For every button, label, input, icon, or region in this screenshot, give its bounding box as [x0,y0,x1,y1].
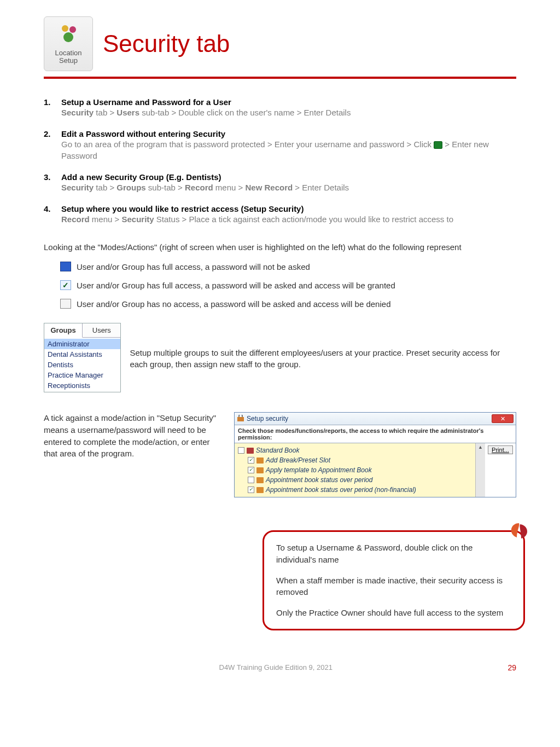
tab-users[interactable]: Users [83,323,120,338]
callout-text: To setup a Username & Password, double c… [276,542,511,566]
step-body: Security tab > Users sub-tab > Double cl… [61,107,516,118]
step-heading: Setup where you would like to restrict a… [61,204,304,213]
groups-description: Setup multiple groups to suit the differ… [130,323,516,370]
checkbox-icon[interactable]: ✓ [248,457,254,464]
window-subtitle: Check those modes/functions/reports, the… [235,425,516,443]
tree-row[interactable]: Appointment book status over period [238,475,472,485]
checkbox-icon[interactable] [248,477,254,483]
groups-section: Groups Users Administrator Dental Assist… [44,323,516,392]
tips-callout: To setup a Username & Password, double c… [262,530,525,630]
key-icon [434,141,442,149]
step-number: 3. [44,172,56,182]
list-item[interactable]: Administrator [44,339,120,349]
steps-list: 1.Setup a Username and Password for a Us… [44,97,516,225]
step-item: 3.Add a new Security Group (E.g. Dentist… [44,172,516,193]
icon-label-line2: Setup [59,56,78,65]
checkbox-icon[interactable] [238,447,244,454]
svg-point-0 [62,25,68,32]
close-button[interactable]: ✕ [492,414,514,423]
callout-text: Only the Practice Owner should have full… [276,607,511,619]
permission-tree: Standard Book ✓Add Break/Preset Slot ✓Ap… [235,443,475,497]
checkbox-checked-icon: ✓ [60,280,71,290]
setup-security-window: Setup security ✕ Check those modes/funct… [234,412,516,497]
step-heading: Edit a Password without entering Securit… [61,129,225,138]
checkbox-icon[interactable]: ✓ [248,467,254,473]
callout-text: When a staff member is made inactive, th… [276,575,511,599]
leaf-icon [504,516,534,546]
svg-point-2 [63,32,73,42]
legend-row: ✓ User and/or Group has full access, a p… [60,280,516,290]
step-number: 4. [44,204,56,213]
print-button[interactable]: Print... [488,445,513,454]
page-header: LocationSetup Security tab [44,16,516,71]
list-item[interactable]: Dental Assistants [44,349,120,360]
checkbox-icon[interactable]: ✓ [248,487,254,493]
step-body: Go to an area of the program that is pas… [61,138,516,161]
folder-icon [256,458,264,464]
page-footer: D4W Training Guide Edition 9, 2021 29 [44,663,516,672]
list-item[interactable]: Dentists [44,360,120,370]
legend-row: User and/or Group has full access, a pas… [60,262,516,271]
step-item: 2.Edit a Password without entering Secur… [44,129,516,161]
step-number: 1. [44,97,56,107]
step-heading: Add a new Security Group (E.g. Dentists) [61,172,221,182]
svg-point-1 [69,26,76,33]
step-number: 2. [44,129,56,138]
scroll-up-icon[interactable]: ▲ [478,444,483,450]
step-item: 1.Setup a Username and Password for a Us… [44,97,516,118]
folder-icon [256,467,264,473]
tree-row[interactable]: ✓Apply template to Appointment Book [238,465,472,475]
tree-row[interactable]: ✓Add Break/Preset Slot [238,455,472,465]
legend-text: User and/or Group has no access, a passw… [77,299,390,309]
setup-security-section: A tick against a mode/action in "Setup S… [44,412,516,497]
window-titlebar: Setup security ✕ [235,413,516,425]
tree-row[interactable]: ✓Appointment book status over period (no… [238,485,472,495]
checkbox-blue-icon [60,262,71,271]
list-item[interactable]: Practice Manager [44,370,120,380]
list-item[interactable]: Receptionists [44,380,120,391]
step-body: Security tab > Groups sub-tab > Record m… [61,182,516,193]
groups-tabset: Groups Users Administrator Dental Assist… [44,323,121,392]
page-title: Security tab [103,30,230,57]
step-heading: Setup a Username and Password for a User [61,97,231,107]
step-item: 4.Setup where you would like to restrict… [44,204,516,225]
location-setup-icon: LocationSetup [44,16,93,71]
header-rule [44,77,516,79]
setup-security-description: A tick against a mode/action in "Setup S… [44,412,224,460]
group-list: Administrator Dental Assistants Dentists… [44,338,120,392]
tree-row[interactable]: Standard Book [238,445,472,455]
folder-icon [247,448,254,454]
app-icon [237,415,244,422]
window-title: Setup security [247,415,288,422]
icon-label-line1: Location [55,49,81,57]
legend-row: User and/or Group has no access, a passw… [60,299,516,309]
svg-rect-3 [237,417,244,421]
footer-text: D4W Training Guide Edition 9, 2021 [219,663,332,671]
legend-text: User and/or Group has full access, a pas… [77,262,310,271]
checkbox-empty-icon [60,299,71,309]
step-body: Record menu > Security Status > Place a … [61,213,516,225]
page-number: 29 [508,663,516,672]
folder-icon [256,477,264,483]
tab-groups[interactable]: Groups [44,323,83,338]
intro-question: Looking at the "Modes/Actions" (right of… [44,241,516,253]
folder-icon [256,487,264,493]
scrollbar[interactable]: ▲ [475,443,485,497]
legend-text: User and/or Group has full access, a pas… [77,281,395,290]
